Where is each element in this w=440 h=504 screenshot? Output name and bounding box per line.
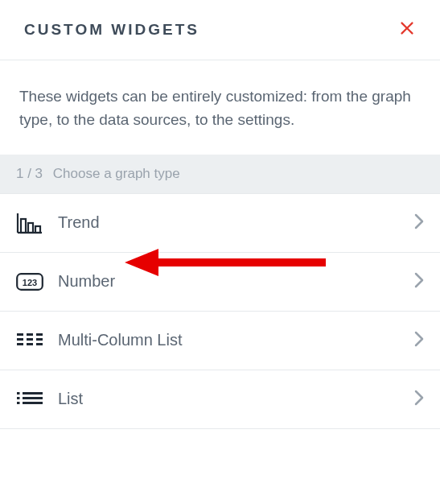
graph-type-list[interactable]: List: [0, 370, 440, 429]
svg-rect-4: [21, 219, 26, 233]
chevron-right-icon: [414, 331, 424, 350]
number-icon: 123: [16, 271, 43, 293]
list-icon: [16, 388, 43, 411]
panel-title: CUSTOM WIDGETS: [24, 21, 199, 39]
svg-rect-5: [28, 223, 33, 233]
svg-rect-6: [35, 226, 40, 233]
panel-header: CUSTOM WIDGETS: [0, 0, 440, 60]
svg-rect-10: [27, 333, 33, 336]
trend-icon: [16, 212, 43, 234]
svg-rect-15: [17, 343, 23, 345]
step-counter: 1 / 3: [16, 166, 43, 181]
svg-rect-18: [17, 392, 20, 395]
chevron-right-icon: [414, 390, 424, 409]
svg-rect-19: [23, 392, 43, 395]
svg-rect-9: [17, 333, 23, 336]
svg-text:123: 123: [23, 277, 37, 287]
svg-rect-23: [23, 402, 43, 404]
multi-column-list-icon: [16, 329, 43, 352]
svg-rect-12: [17, 338, 23, 341]
svg-rect-22: [17, 402, 20, 404]
svg-rect-16: [27, 343, 33, 345]
graph-type-label: Multi-Column List: [58, 331, 400, 349]
step-indicator: 1 / 3 Choose a graph type: [0, 155, 440, 193]
svg-rect-21: [23, 397, 43, 399]
svg-rect-13: [27, 338, 33, 341]
chevron-right-icon: [414, 272, 424, 291]
step-label: Choose a graph type: [53, 166, 180, 181]
svg-rect-17: [36, 343, 43, 345]
panel-description: These widgets can be entirely customized…: [0, 60, 440, 155]
custom-widgets-panel: CUSTOM WIDGETS These widgets can be enti…: [0, 0, 440, 504]
svg-rect-14: [36, 338, 43, 341]
svg-rect-11: [36, 333, 43, 336]
graph-type-label: Number: [58, 272, 400, 291]
graph-type-label: List: [58, 390, 400, 408]
close-icon: [398, 19, 416, 37]
close-button[interactable]: [398, 19, 416, 40]
svg-rect-20: [17, 397, 20, 399]
chevron-right-icon: [414, 213, 424, 233]
graph-type-trend[interactable]: Trend: [0, 193, 440, 253]
graph-type-multi-column-list[interactable]: Multi-Column List: [0, 312, 440, 370]
graph-type-label: Trend: [58, 213, 400, 232]
graph-type-number[interactable]: 123 Number: [0, 253, 440, 312]
graph-type-list: Trend 123 Number: [0, 193, 440, 429]
